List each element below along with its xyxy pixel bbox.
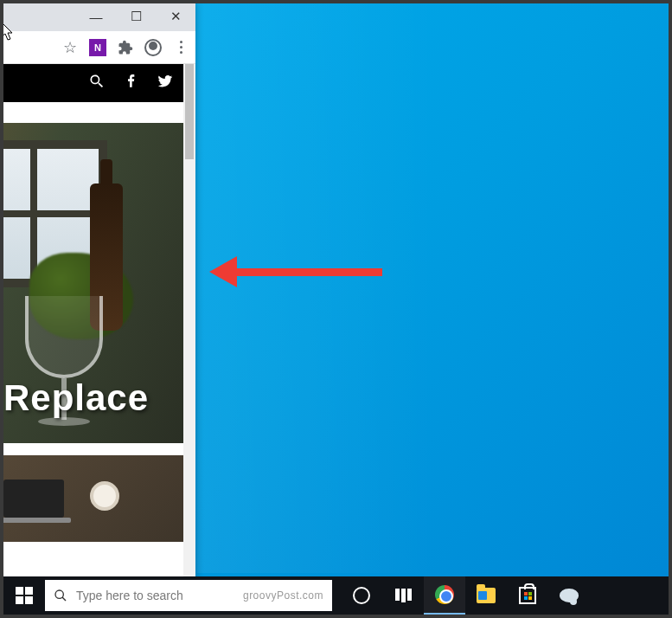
close-button[interactable]: ✕ <box>156 3 195 31</box>
mouse-cursor <box>3 23 16 45</box>
facebook-icon[interactable] <box>125 74 138 92</box>
extensions-icon[interactable] <box>116 38 135 57</box>
hero-article-image[interactable]: Replace <box>3 123 183 443</box>
bookmark-star-icon[interactable]: ☆ <box>61 38 80 57</box>
chrome-icon <box>435 585 454 604</box>
breadcrumb-fragment: ST <box>3 102 195 123</box>
site-header-bar <box>3 64 195 102</box>
page-scrollbar[interactable] <box>183 64 195 578</box>
cookie-consent-fragment: licy and Terms of Service. <box>3 547 183 578</box>
cortana-icon <box>353 587 370 604</box>
secondary-article-image[interactable] <box>3 455 183 542</box>
webpage-viewport: ST Replace licy and Terms of Service. <box>3 64 195 578</box>
window-title-bar[interactable]: — ☐ ✕ <box>3 3 195 31</box>
photo-coffee-cup <box>90 481 119 511</box>
hero-title-fragment: Replace <box>3 377 149 419</box>
taskbar-app-file-explorer[interactable] <box>465 576 507 615</box>
cortana-button[interactable] <box>341 576 382 615</box>
start-button[interactable] <box>3 576 45 615</box>
search-placeholder: Type here to search <box>76 589 183 602</box>
profile-icon[interactable] <box>144 38 163 57</box>
annotation-arrow-left <box>209 261 382 282</box>
twitter-icon[interactable] <box>157 74 173 93</box>
photo-laptop <box>3 480 64 518</box>
windows-taskbar: Type here to search groovyPost.com <box>3 576 669 615</box>
browser-toolbar: ☆ N <box>3 31 195 64</box>
search-branding-watermark: groovyPost.com <box>243 589 323 602</box>
minimize-button[interactable]: — <box>76 3 116 31</box>
windows-logo-icon <box>16 587 33 604</box>
microsoft-store-icon <box>519 587 536 604</box>
file-explorer-icon <box>477 588 496 603</box>
onenote-extension-icon[interactable]: N <box>88 38 107 57</box>
search-icon <box>45 589 76 602</box>
svg-line-1 <box>62 597 66 601</box>
taskbar-app-tray[interactable] <box>548 576 590 615</box>
kebab-menu-icon[interactable] <box>171 38 190 57</box>
browser-window: — ☐ ✕ ☆ N <box>3 3 195 578</box>
taskbar-search-box[interactable]: Type here to search groovyPost.com <box>45 580 332 611</box>
scrollbar-thumb[interactable] <box>185 64 194 159</box>
task-view-icon <box>395 589 412 602</box>
maximize-button[interactable]: ☐ <box>116 3 156 31</box>
search-icon[interactable] <box>88 73 106 93</box>
taskbar-app-microsoft-store[interactable] <box>507 576 548 615</box>
taskbar-app-chrome[interactable] <box>424 576 465 615</box>
svg-point-0 <box>55 590 63 598</box>
task-view-button[interactable] <box>382 576 424 615</box>
tray-app-icon <box>560 589 579 602</box>
snap-assist-outline <box>197 3 594 573</box>
